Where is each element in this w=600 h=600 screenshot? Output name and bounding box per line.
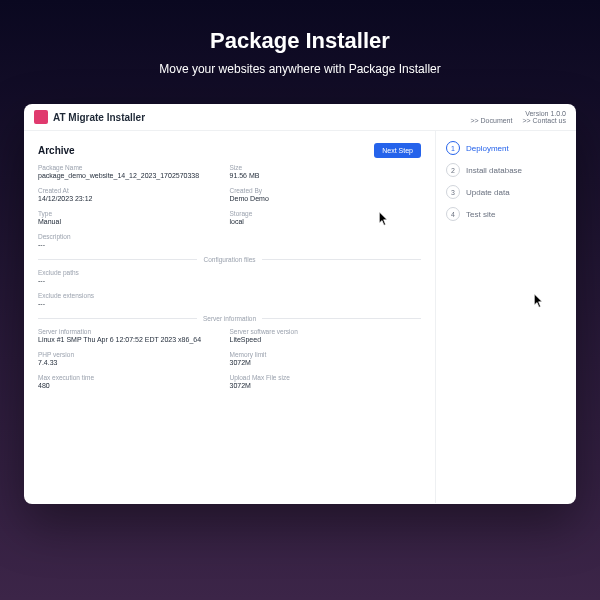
step-number: 1 [446,141,460,155]
storage-label: Storage [230,210,422,217]
server-software-value: LiteSpeed [230,336,422,343]
exclude-paths-label: Exclude paths [38,269,421,276]
server-divider: Server information [38,315,421,322]
exec-label: Max execution time [38,374,230,381]
exclude-paths-value: --- [38,277,421,284]
hero-subtitle: Move your websites anywhere with Package… [0,62,600,76]
php-value: 7.4.33 [38,359,230,366]
step-test-site[interactable]: 4 Test site [446,207,566,221]
server-software-label: Server software version [230,328,422,335]
server-info-label: Server information [38,328,230,335]
app-logo-icon [34,110,48,124]
steps-sidebar: 1 Deployment 2 Install database 3 Update… [436,131,576,503]
exclude-ext-value: --- [38,300,421,307]
type-value: Manual [38,218,230,225]
hero-title: Package Installer [0,28,600,54]
main-panel: Archive Next Step Package Name package_d… [24,131,436,503]
description-value: --- [38,241,421,248]
php-label: PHP version [38,351,230,358]
installer-card: AT Migrate Installer Version 1.0.0 >> Do… [24,104,576,504]
step-label: Install database [466,166,522,175]
next-step-button[interactable]: Next Step [374,143,421,158]
step-label: Test site [466,210,495,219]
step-deployment[interactable]: 1 Deployment [446,141,566,155]
step-label: Deployment [466,144,509,153]
step-number: 2 [446,163,460,177]
archive-heading: Archive [38,145,75,156]
step-number: 4 [446,207,460,221]
memory-label: Memory limit [230,351,422,358]
memory-value: 3072M [230,359,422,366]
storage-value: local [230,218,422,225]
exclude-ext-label: Exclude extensions [38,292,421,299]
topbar: AT Migrate Installer Version 1.0.0 >> Do… [24,104,576,131]
step-number: 3 [446,185,460,199]
package-name-value: package_demo_website_14_12_2023_17025703… [38,172,230,179]
version-label: Version 1.0.0 [525,110,566,117]
upload-value: 3072M [230,382,422,389]
app-title: AT Migrate Installer [53,112,462,123]
package-name-label: Package Name [38,164,230,171]
exec-value: 480 [38,382,230,389]
size-label: Size [230,164,422,171]
upload-label: Upload Max File size [230,374,422,381]
size-value: 91.56 MB [230,172,422,179]
type-label: Type [38,210,230,217]
config-divider: Configuration files [38,256,421,263]
created-by-label: Created By [230,187,422,194]
created-by-value: Demo Demo [230,195,422,202]
created-at-value: 14/12/2023 23:12 [38,195,230,202]
step-install-database[interactable]: 2 Install database [446,163,566,177]
contact-link[interactable]: >> Contact us [522,117,566,124]
step-update-data[interactable]: 3 Update data [446,185,566,199]
step-label: Update data [466,188,510,197]
server-info-value: Linux #1 SMP Thu Apr 6 12:07:52 EDT 2023… [38,336,230,343]
document-link[interactable]: >> Document [470,117,512,124]
created-at-label: Created At [38,187,230,194]
description-label: Description [38,233,421,240]
